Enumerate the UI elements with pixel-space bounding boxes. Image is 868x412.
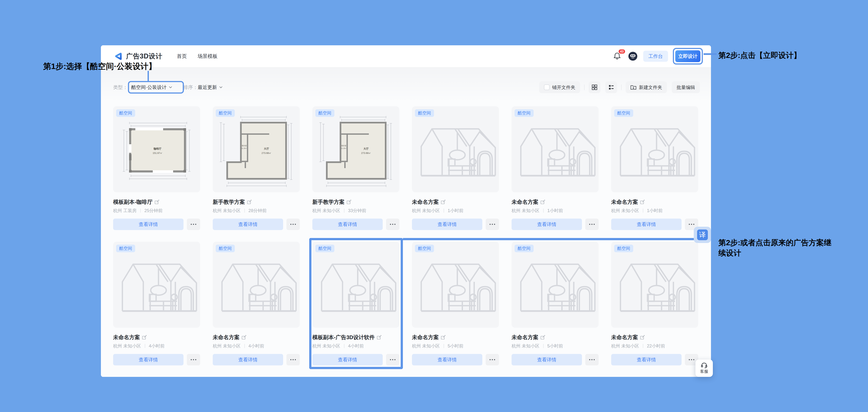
project-title: 未命名方案 [213, 334, 240, 341]
more-actions-button[interactable] [585, 354, 598, 366]
new-folder-icon [630, 85, 637, 90]
meta-divider [344, 209, 344, 213]
more-actions-button[interactable] [286, 354, 300, 366]
batch-edit-button[interactable]: 批量编辑 [672, 81, 700, 93]
project-thumbnail[interactable]: 酷空间 更衣室 11.1 [213, 106, 300, 192]
project-meta: 杭州 未知小区 33分钟前 [312, 208, 399, 213]
view-details-button[interactable]: 查看详情 [611, 354, 682, 366]
project-thumbnail[interactable]: 酷空间 [213, 242, 300, 328]
svg-text:更衣室: 更衣室 [341, 145, 346, 147]
workspace-button[interactable]: 工作台 [643, 51, 668, 62]
view-details-button[interactable]: 查看详情 [113, 218, 184, 230]
more-actions-button[interactable] [486, 218, 499, 230]
view-details-button[interactable]: 查看详情 [213, 218, 283, 230]
more-actions-button[interactable] [187, 354, 200, 366]
view-details-button[interactable]: 查看详情 [512, 354, 582, 366]
project-thumbnail[interactable]: 酷空间 [611, 106, 698, 192]
expand-folders-label: 铺开文件夹 [552, 84, 575, 91]
view-details-button[interactable]: 查看详情 [113, 354, 184, 366]
view-details-button[interactable]: 查看详情 [412, 218, 482, 230]
step2-top-annotation: 第2步:点击【立即设计】 [718, 50, 801, 61]
project-actions: 查看详情 [412, 218, 499, 230]
project-thumbnail[interactable]: 酷空间 [412, 106, 499, 192]
project-card: 酷空间 更衣室 11.1 [312, 106, 399, 230]
project-thumbnail[interactable]: 酷空间 更衣室 11.1 [312, 106, 399, 192]
view-details-button[interactable]: 查看详情 [512, 218, 582, 230]
more-actions-button[interactable] [286, 218, 300, 230]
translate-widget[interactable]: 译 [694, 227, 711, 243]
view-details-button[interactable]: 查看详情 [312, 218, 383, 230]
project-thumbnail[interactable]: 酷空间 [611, 242, 698, 328]
tutorial-screenshot: { "header": { "logo_text": "广告3D设计", "na… [0, 0, 868, 412]
view-details-button[interactable]: 查看详情 [412, 354, 482, 366]
rename-icon[interactable] [540, 200, 545, 205]
project-meta: 杭州 未知小区 1小时前 [412, 208, 499, 213]
customer-support-button[interactable]: 客服 [695, 359, 713, 377]
project-thumbnail[interactable]: 酷空间 [113, 106, 200, 192]
project-meta: 杭州 未知小区 1小时前 [512, 208, 598, 213]
project-meta: 杭州 未知小区 5小时前 [512, 343, 598, 349]
workspace-badge: 酷空间 [315, 109, 334, 117]
project-card: 酷空间 [611, 242, 698, 366]
meta-divider [543, 344, 544, 348]
project-thumbnail[interactable]: 酷空间 [312, 242, 399, 328]
meta-divider [344, 344, 344, 348]
project-thumbnail[interactable]: 酷空间 [512, 242, 598, 328]
more-actions-button[interactable] [386, 218, 399, 230]
rename-icon[interactable] [346, 200, 351, 205]
header-right: 43 工作台 立即设计 [613, 48, 703, 65]
expand-folders-toggle[interactable]: 铺开文件夹 [539, 81, 580, 93]
type-dropdown-value: 酷空间·公装设计 [131, 84, 167, 91]
design-now-button[interactable]: 立即设计 [675, 50, 701, 62]
house-placeholder-image [412, 106, 499, 192]
nav-scene-templates[interactable]: 场景模板 [197, 53, 218, 60]
rename-icon[interactable] [640, 200, 645, 205]
more-actions-button[interactable] [585, 218, 598, 230]
more-actions-button[interactable] [486, 354, 499, 366]
sort-dropdown[interactable]: 最近更新 [198, 84, 222, 91]
project-thumbnail[interactable]: 酷空间 [113, 242, 200, 328]
app-window: 广告3D设计 首页 场景模板 43 工作台 [101, 45, 711, 377]
chevron-down-icon [219, 86, 222, 89]
rename-icon[interactable] [142, 335, 147, 340]
rename-icon[interactable] [247, 200, 252, 205]
project-thumbnail[interactable]: 酷空间 [512, 106, 598, 192]
project-location: 杭州 未知小区 [512, 208, 539, 214]
project-actions: 查看详情 [113, 218, 200, 230]
list-view-button[interactable] [605, 81, 617, 93]
project-title: 未命名方案 [512, 198, 538, 206]
project-location: 杭州 未知小区 [213, 343, 241, 349]
rename-icon[interactable] [377, 335, 381, 340]
view-details-button[interactable]: 查看详情 [312, 354, 383, 366]
rename-icon[interactable] [242, 335, 246, 340]
project-title: 模板副本-咖啡厅 [113, 198, 153, 206]
project-location: 杭州 未知小区 [611, 208, 639, 214]
list-view-icon [609, 84, 614, 90]
rename-icon[interactable] [540, 335, 545, 340]
project-time: 5小时前 [547, 343, 563, 349]
batch-edit-label: 批量编辑 [677, 84, 695, 91]
rename-icon[interactable] [441, 335, 446, 340]
rename-icon[interactable] [154, 200, 159, 205]
project-actions: 查看详情 [611, 354, 698, 366]
view-details-button[interactable]: 查看详情 [213, 354, 283, 366]
nav-home[interactable]: 首页 [177, 53, 187, 60]
rename-icon[interactable] [441, 200, 446, 205]
project-location: 杭州 未知小区 [412, 343, 440, 349]
project-actions: 查看详情 [312, 354, 399, 366]
project-meta: 杭州 未知小区 22小时前 [611, 343, 698, 349]
new-folder-button[interactable]: 新建文件夹 [626, 81, 667, 93]
project-thumbnail[interactable]: 酷空间 [412, 242, 499, 328]
view-details-button[interactable]: 查看详情 [611, 218, 682, 230]
meta-divider [141, 209, 141, 213]
rename-icon[interactable] [640, 335, 645, 340]
type-dropdown[interactable]: 酷空间·公装设计 [128, 81, 176, 93]
expand-folders-checkbox[interactable] [544, 84, 550, 90]
more-actions-button[interactable] [386, 354, 399, 366]
sort-group: 排序： 最近更新 [183, 84, 222, 91]
user-avatar[interactable] [628, 52, 637, 61]
notification-bell[interactable]: 43 [613, 52, 621, 61]
grid-view-button[interactable] [589, 81, 600, 93]
more-actions-button[interactable] [187, 218, 200, 230]
app-logo[interactable]: 广告3D设计 [114, 52, 162, 61]
